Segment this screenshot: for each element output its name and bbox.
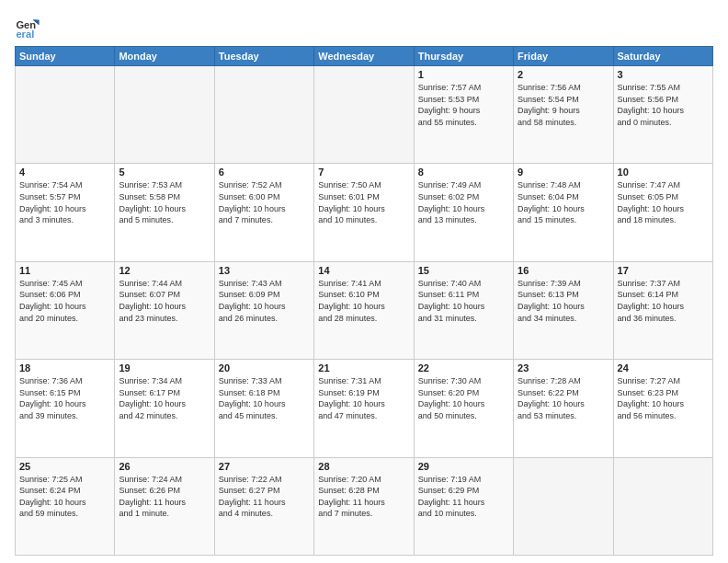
day-cell: 8Sunrise: 7:49 AM Sunset: 6:02 PM Daylig… xyxy=(414,164,513,261)
day-number: 14 xyxy=(318,265,409,276)
day-cell xyxy=(214,66,313,164)
day-cell: 4Sunrise: 7:54 AM Sunset: 5:57 PM Daylig… xyxy=(16,164,115,261)
day-info: Sunrise: 7:47 AM Sunset: 6:05 PM Dayligh… xyxy=(618,179,709,225)
day-cell: 9Sunrise: 7:48 AM Sunset: 6:04 PM Daylig… xyxy=(514,164,613,261)
day-cell: 15Sunrise: 7:40 AM Sunset: 6:11 PM Dayli… xyxy=(414,261,513,359)
day-info: Sunrise: 7:41 AM Sunset: 6:10 PM Dayligh… xyxy=(318,278,409,324)
day-number: 4 xyxy=(19,167,110,178)
day-number: 27 xyxy=(219,461,310,472)
day-info: Sunrise: 7:55 AM Sunset: 5:56 PM Dayligh… xyxy=(618,82,709,128)
logo-icon: Gen eral xyxy=(15,15,40,40)
day-number: 24 xyxy=(618,362,709,373)
day-cell xyxy=(16,66,115,164)
day-cell: 26Sunrise: 7:24 AM Sunset: 6:26 PM Dayli… xyxy=(115,457,214,555)
day-cell: 18Sunrise: 7:36 AM Sunset: 6:15 PM Dayli… xyxy=(16,360,115,457)
day-number: 6 xyxy=(219,167,310,178)
day-info: Sunrise: 7:50 AM Sunset: 6:01 PM Dayligh… xyxy=(318,179,409,225)
weekday-tuesday: Tuesday xyxy=(214,47,313,66)
day-number: 9 xyxy=(518,167,609,178)
weekday-header-row: SundayMondayTuesdayWednesdayThursdayFrid… xyxy=(16,47,713,66)
week-row-5: 25Sunrise: 7:25 AM Sunset: 6:24 PM Dayli… xyxy=(16,457,713,555)
header: Gen eral xyxy=(15,11,713,40)
day-cell: 14Sunrise: 7:41 AM Sunset: 6:10 PM Dayli… xyxy=(314,261,414,359)
day-info: Sunrise: 7:48 AM Sunset: 6:04 PM Dayligh… xyxy=(518,179,609,225)
day-number: 26 xyxy=(119,461,210,472)
day-info: Sunrise: 7:37 AM Sunset: 6:14 PM Dayligh… xyxy=(618,278,709,324)
day-number: 12 xyxy=(119,265,210,276)
day-number: 18 xyxy=(19,362,110,373)
day-info: Sunrise: 7:27 AM Sunset: 6:23 PM Dayligh… xyxy=(618,375,709,421)
day-number: 17 xyxy=(618,265,709,276)
day-number: 3 xyxy=(618,69,709,80)
day-cell: 29Sunrise: 7:19 AM Sunset: 6:29 PM Dayli… xyxy=(414,457,513,555)
day-cell: 17Sunrise: 7:37 AM Sunset: 6:14 PM Dayli… xyxy=(613,261,712,359)
day-number: 28 xyxy=(318,461,409,472)
weekday-thursday: Thursday xyxy=(414,47,513,66)
day-info: Sunrise: 7:28 AM Sunset: 6:22 PM Dayligh… xyxy=(518,375,609,421)
day-cell: 25Sunrise: 7:25 AM Sunset: 6:24 PM Dayli… xyxy=(16,457,115,555)
weekday-sunday: Sunday xyxy=(16,47,115,66)
day-info: Sunrise: 7:40 AM Sunset: 6:11 PM Dayligh… xyxy=(418,278,509,324)
day-cell: 28Sunrise: 7:20 AM Sunset: 6:28 PM Dayli… xyxy=(314,457,414,555)
day-number: 20 xyxy=(219,362,310,373)
day-number: 19 xyxy=(119,362,210,373)
day-info: Sunrise: 7:43 AM Sunset: 6:09 PM Dayligh… xyxy=(219,278,310,324)
day-number: 7 xyxy=(318,167,409,178)
day-info: Sunrise: 7:54 AM Sunset: 5:57 PM Dayligh… xyxy=(19,179,110,225)
day-cell: 11Sunrise: 7:45 AM Sunset: 6:06 PM Dayli… xyxy=(16,261,115,359)
day-cell: 23Sunrise: 7:28 AM Sunset: 6:22 PM Dayli… xyxy=(514,360,613,457)
day-number: 23 xyxy=(518,362,609,373)
day-cell: 10Sunrise: 7:47 AM Sunset: 6:05 PM Dayli… xyxy=(613,164,712,261)
day-info: Sunrise: 7:30 AM Sunset: 6:20 PM Dayligh… xyxy=(418,375,509,421)
week-row-3: 11Sunrise: 7:45 AM Sunset: 6:06 PM Dayli… xyxy=(16,261,713,359)
day-number: 11 xyxy=(19,265,110,276)
day-number: 15 xyxy=(418,265,509,276)
day-number: 2 xyxy=(518,69,609,80)
day-info: Sunrise: 7:52 AM Sunset: 6:00 PM Dayligh… xyxy=(219,179,310,225)
weekday-wednesday: Wednesday xyxy=(314,47,414,66)
day-number: 16 xyxy=(518,265,609,276)
day-cell: 21Sunrise: 7:31 AM Sunset: 6:19 PM Dayli… xyxy=(314,360,414,457)
day-info: Sunrise: 7:22 AM Sunset: 6:27 PM Dayligh… xyxy=(219,474,310,520)
day-info: Sunrise: 7:31 AM Sunset: 6:19 PM Dayligh… xyxy=(318,375,409,421)
day-number: 10 xyxy=(618,167,709,178)
day-number: 1 xyxy=(418,69,509,80)
svg-text:eral: eral xyxy=(16,29,34,40)
day-info: Sunrise: 7:44 AM Sunset: 6:07 PM Dayligh… xyxy=(119,278,210,324)
day-info: Sunrise: 7:39 AM Sunset: 6:13 PM Dayligh… xyxy=(518,278,609,324)
week-row-2: 4Sunrise: 7:54 AM Sunset: 5:57 PM Daylig… xyxy=(16,164,713,261)
day-cell xyxy=(115,66,214,164)
week-row-4: 18Sunrise: 7:36 AM Sunset: 6:15 PM Dayli… xyxy=(16,360,713,457)
day-number: 22 xyxy=(418,362,509,373)
day-info: Sunrise: 7:19 AM Sunset: 6:29 PM Dayligh… xyxy=(418,474,509,520)
day-cell: 7Sunrise: 7:50 AM Sunset: 6:01 PM Daylig… xyxy=(314,164,414,261)
day-cell: 6Sunrise: 7:52 AM Sunset: 6:00 PM Daylig… xyxy=(214,164,313,261)
day-cell: 20Sunrise: 7:33 AM Sunset: 6:18 PM Dayli… xyxy=(214,360,313,457)
day-info: Sunrise: 7:45 AM Sunset: 6:06 PM Dayligh… xyxy=(19,278,110,324)
day-cell: 3Sunrise: 7:55 AM Sunset: 5:56 PM Daylig… xyxy=(613,66,712,164)
day-cell: 12Sunrise: 7:44 AM Sunset: 6:07 PM Dayli… xyxy=(115,261,214,359)
day-info: Sunrise: 7:57 AM Sunset: 5:53 PM Dayligh… xyxy=(418,82,509,128)
day-cell xyxy=(314,66,414,164)
day-cell: 19Sunrise: 7:34 AM Sunset: 6:17 PM Dayli… xyxy=(115,360,214,457)
day-info: Sunrise: 7:24 AM Sunset: 6:26 PM Dayligh… xyxy=(119,474,210,520)
day-number: 5 xyxy=(119,167,210,178)
day-info: Sunrise: 7:20 AM Sunset: 6:28 PM Dayligh… xyxy=(318,474,409,520)
weekday-monday: Monday xyxy=(115,47,214,66)
day-cell: 1Sunrise: 7:57 AM Sunset: 5:53 PM Daylig… xyxy=(414,66,513,164)
day-number: 21 xyxy=(318,362,409,373)
week-row-1: 1Sunrise: 7:57 AM Sunset: 5:53 PM Daylig… xyxy=(16,66,713,164)
day-info: Sunrise: 7:49 AM Sunset: 6:02 PM Dayligh… xyxy=(418,179,509,225)
day-cell: 5Sunrise: 7:53 AM Sunset: 5:58 PM Daylig… xyxy=(115,164,214,261)
day-info: Sunrise: 7:25 AM Sunset: 6:24 PM Dayligh… xyxy=(19,474,110,520)
day-info: Sunrise: 7:34 AM Sunset: 6:17 PM Dayligh… xyxy=(119,375,210,421)
day-cell xyxy=(613,457,712,555)
day-number: 25 xyxy=(19,461,110,472)
weekday-saturday: Saturday xyxy=(613,47,712,66)
day-cell: 2Sunrise: 7:56 AM Sunset: 5:54 PM Daylig… xyxy=(514,66,613,164)
day-info: Sunrise: 7:56 AM Sunset: 5:54 PM Dayligh… xyxy=(518,82,609,128)
day-cell: 16Sunrise: 7:39 AM Sunset: 6:13 PM Dayli… xyxy=(514,261,613,359)
day-info: Sunrise: 7:36 AM Sunset: 6:15 PM Dayligh… xyxy=(19,375,110,421)
logo: Gen eral xyxy=(15,15,44,40)
day-info: Sunrise: 7:33 AM Sunset: 6:18 PM Dayligh… xyxy=(219,375,310,421)
